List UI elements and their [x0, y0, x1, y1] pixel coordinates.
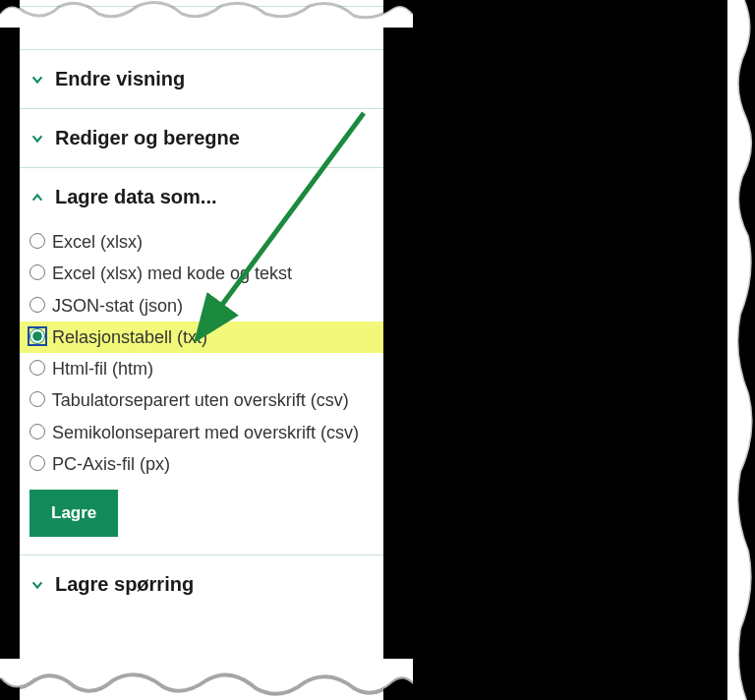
section-header-lagre-sporring[interactable]: Lagre spørring — [20, 555, 383, 613]
section-title: Lagre data som... — [55, 186, 217, 208]
format-options: Excel (xlsx) Excel (xlsx) med kode og te… — [20, 226, 383, 554]
format-label: Semikolonseparert med overskrift (csv) — [52, 423, 359, 442]
section-partial-top — [20, 6, 383, 50]
format-label: Excel (xlsx) — [52, 232, 143, 252]
options-panel: Endre visning Rediger og beregne Lagre d… — [20, 0, 383, 700]
format-option-selected[interactable]: Relasjonstabell (txt) — [20, 321, 383, 353]
section-header-partial[interactable] — [20, 7, 383, 49]
section-title — [29, 17, 35, 39]
section-header-rediger[interactable]: Rediger og beregne — [20, 109, 383, 167]
format-label: Relasjonstabell (txt) — [52, 327, 207, 347]
chevron-down-icon — [29, 72, 45, 88]
format-radio[interactable] — [29, 424, 45, 439]
section-title: Rediger og beregne — [55, 127, 240, 149]
format-option[interactable]: Excel (xlsx) med kode og tekst — [29, 258, 374, 289]
section-rediger: Rediger og beregne — [20, 109, 383, 168]
section-lagre-data: Lagre data som... Excel (xlsx) Excel (xl… — [20, 168, 383, 555]
format-option[interactable]: PC-Axis-fil (px) — [29, 448, 374, 480]
format-option[interactable]: Html-fil (htm) — [29, 353, 374, 384]
format-radio[interactable] — [29, 297, 45, 313]
torn-edge-right — [727, 0, 755, 700]
section-header-lagre-data[interactable]: Lagre data som... — [20, 168, 383, 226]
format-label: JSON-stat (json) — [52, 296, 183, 316]
format-radio[interactable] — [29, 360, 45, 376]
chevron-down-icon — [29, 131, 45, 146]
section-lagre-sporring: Lagre spørring — [20, 555, 383, 613]
format-radio[interactable] — [29, 328, 45, 344]
section-title: Lagre spørring — [55, 573, 194, 596]
section-title: Endre visning — [55, 68, 185, 90]
format-label: PC-Axis-fil (px) — [52, 454, 170, 474]
format-option[interactable]: Tabulatorseparert uten overskrift (csv) — [29, 384, 374, 416]
format-option[interactable]: Semikolonseparert med overskrift (csv) — [29, 417, 374, 448]
format-radio[interactable] — [29, 233, 45, 249]
format-label: Tabulatorseparert uten overskrift (csv) — [52, 390, 349, 410]
chevron-down-icon — [29, 577, 45, 593]
section-endre-visning: Endre visning — [20, 50, 383, 109]
chevron-up-icon — [29, 190, 45, 205]
format-radio[interactable] — [29, 264, 45, 280]
format-option[interactable]: Excel (xlsx) — [29, 226, 374, 258]
save-button[interactable]: Lagre — [29, 490, 118, 537]
section-header-endre-visning[interactable]: Endre visning — [20, 50, 383, 108]
format-label: Excel (xlsx) med kode og tekst — [52, 263, 292, 283]
format-radio[interactable] — [29, 455, 45, 471]
format-option[interactable]: JSON-stat (json) — [29, 290, 374, 321]
format-radio[interactable] — [29, 391, 45, 407]
format-label: Html-fil (htm) — [52, 359, 153, 379]
